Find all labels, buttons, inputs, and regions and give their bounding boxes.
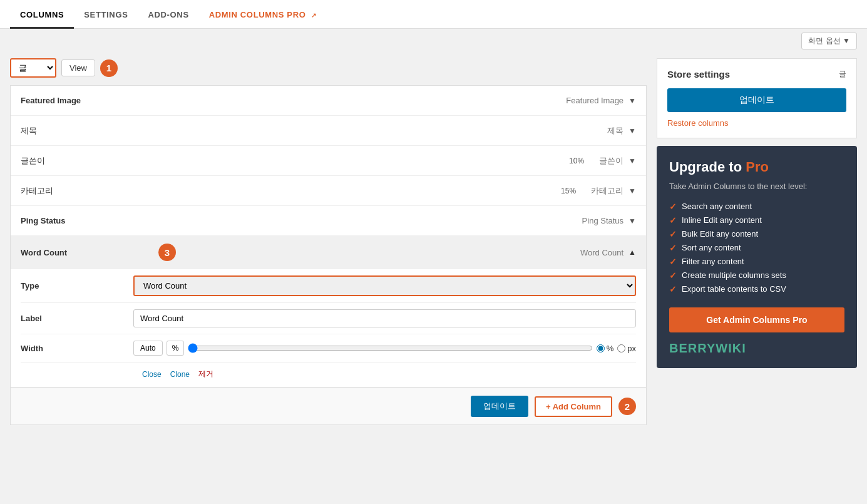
berrywiki-logo: BERRYWIKI <box>669 341 844 356</box>
right-panel: Store settings 글 업데이트 Restore columns Up… <box>657 53 857 425</box>
col-name-ping-status: Ping Status <box>21 216 158 225</box>
col-arrow-title[interactable]: ▼ <box>628 126 636 135</box>
label-form-row: Label <box>21 303 636 334</box>
tab-admin-columns-pro[interactable]: ADMIN COLUMNS PRO ↗ <box>199 3 327 29</box>
px-radio-label[interactable]: px <box>617 344 636 353</box>
list-item: ✓ Bulk Edit any content <box>669 227 844 241</box>
col-name-word-count: Word Count <box>21 248 158 257</box>
word-count-header: Word Count 3 Word Count ▲ <box>11 236 646 269</box>
width-form-row: Width Auto % % px <box>21 334 636 363</box>
table-row-word-count: Word Count 3 Word Count ▲ Type Word Coun… <box>11 236 646 388</box>
type-control: Word Count <box>133 275 636 296</box>
col-type-title: 제목 <box>607 125 623 136</box>
check-icon: ✓ <box>669 229 677 239</box>
step-badge-2: 2 <box>618 398 636 415</box>
table-row: 글쓴이 10% 글쓴이 ▼ <box>11 146 646 176</box>
col-pct-author: 10% <box>569 157 584 165</box>
col-name-featured-image: Featured Image <box>21 96 158 105</box>
top-nav: COLUMNS SETTINGS ADD-ONS ADMIN COLUMNS P… <box>0 0 867 29</box>
col-type-featured-image: Featured Image <box>566 96 623 105</box>
check-icon: ✓ <box>669 284 677 294</box>
update-button[interactable]: 업데이트 <box>471 396 528 417</box>
col-arrow-ping-status[interactable]: ▼ <box>628 217 636 225</box>
type-label: Type <box>21 281 133 291</box>
check-icon: ✓ <box>669 270 677 280</box>
col-arrow-category[interactable]: ▼ <box>628 187 636 195</box>
check-icon: ✓ <box>669 215 677 225</box>
pct-radio[interactable] <box>597 344 605 352</box>
list-item: ✓ Filter any content <box>669 255 844 269</box>
width-auto-button[interactable]: Auto <box>133 341 163 356</box>
table-row: 제목 제목 ▼ <box>11 116 646 146</box>
label-label: Label <box>21 314 133 323</box>
screen-options-bar: 화면 옵션 ▼ <box>0 29 867 53</box>
list-item: ✓ Export table contents to CSV <box>669 282 844 296</box>
restore-columns-link[interactable]: Restore columns <box>667 118 729 128</box>
col-name-title: 제목 <box>21 125 158 136</box>
step-badge-3: 3 <box>158 244 176 261</box>
toolbar: 글 View 1 <box>10 58 647 78</box>
width-label: Width <box>21 344 133 353</box>
step-badge-1: 1 <box>100 59 118 77</box>
clone-link[interactable]: Clone <box>170 370 190 379</box>
upgrade-title: Upgrade to Pro <box>669 158 844 177</box>
pro-text: Pro <box>746 159 769 175</box>
main-layout: 글 View 1 Featured Image Featured Image ▼… <box>0 53 867 435</box>
add-column-button[interactable]: + Add Column <box>535 396 612 417</box>
col-type-word-count: Word Count <box>580 248 623 257</box>
bottom-toolbar: 업데이트 + Add Column 2 <box>10 388 647 425</box>
table-row: Ping Status Ping Status ▼ <box>11 206 646 236</box>
columns-table: Featured Image Featured Image ▼ 제목 제목 ▼ … <box>10 85 647 388</box>
upgrade-box: Upgrade to Pro Take Admin Columns to the… <box>657 146 857 368</box>
table-row: 카테고리 15% 카테고리 ▼ <box>11 176 646 206</box>
label-input[interactable] <box>133 309 636 327</box>
actions-row: Close Clone 제거 <box>21 363 636 379</box>
type-select[interactable]: Word Count <box>133 275 636 296</box>
store-settings-title: Store settings <box>667 69 730 80</box>
close-link[interactable]: Close <box>142 370 162 379</box>
col-name-author: 글쓴이 <box>21 155 158 167</box>
store-settings-header: Store settings 글 <box>667 69 846 80</box>
list-item: ✓ Create multiple columns sets <box>669 269 844 282</box>
width-pct-button[interactable]: % <box>167 341 185 356</box>
col-pct-category: 15% <box>561 187 576 195</box>
view-button[interactable]: View <box>61 59 95 76</box>
width-slider[interactable] <box>188 343 592 353</box>
check-icon: ✓ <box>669 202 677 212</box>
external-link-icon: ↗ <box>311 12 317 19</box>
store-update-button[interactable]: 업데이트 <box>667 88 846 112</box>
tab-columns[interactable]: COLUMNS <box>10 3 74 29</box>
list-item: ✓ Sort any content <box>669 241 844 255</box>
store-settings-box: Store settings 글 업데이트 Restore columns <box>657 58 857 138</box>
check-icon: ✓ <box>669 257 677 267</box>
upgrade-features-list: ✓ Search any content ✓ Inline Edit any c… <box>669 200 844 296</box>
get-admin-columns-pro-button[interactable]: Get Admin Columns Pro <box>669 307 844 332</box>
table-row: Featured Image Featured Image ▼ <box>11 86 646 116</box>
list-item: ✓ Search any content <box>669 200 844 213</box>
col-arrow-author[interactable]: ▼ <box>628 157 636 165</box>
col-arrow-featured-image[interactable]: ▼ <box>628 96 636 105</box>
store-settings-label: 글 <box>839 69 846 80</box>
remove-link[interactable]: 제거 <box>198 369 213 379</box>
col-name-category: 카테고리 <box>21 185 158 197</box>
tab-addons[interactable]: ADD-ONS <box>138 3 199 29</box>
toolbar-select-wrapper: 글 <box>10 58 56 78</box>
check-icon: ✓ <box>669 243 677 253</box>
col-type-author: 글쓴이 <box>599 155 623 167</box>
col-type-ping-status: Ping Status <box>582 216 624 225</box>
tab-settings[interactable]: SETTINGS <box>74 3 138 29</box>
width-control: Auto % % px <box>133 341 636 356</box>
pct-radio-label[interactable]: % <box>597 344 614 353</box>
upgrade-subtitle: Take Admin Columns to the next level: <box>669 182 844 191</box>
left-panel: 글 View 1 Featured Image Featured Image ▼… <box>10 53 647 425</box>
chevron-down-icon: ▼ <box>843 36 850 45</box>
label-control <box>133 309 636 327</box>
px-radio[interactable] <box>617 344 625 352</box>
list-item: ✓ Inline Edit any content <box>669 213 844 227</box>
screen-options-button[interactable]: 화면 옵션 ▼ <box>801 33 857 49</box>
col-type-category: 카테고리 <box>591 185 623 197</box>
col-arrow-word-count[interactable]: ▲ <box>628 248 636 257</box>
post-type-select[interactable]: 글 <box>11 59 55 76</box>
expanded-content: Type Word Count Label <box>11 269 646 387</box>
type-form-row: Type Word Count <box>21 269 636 303</box>
